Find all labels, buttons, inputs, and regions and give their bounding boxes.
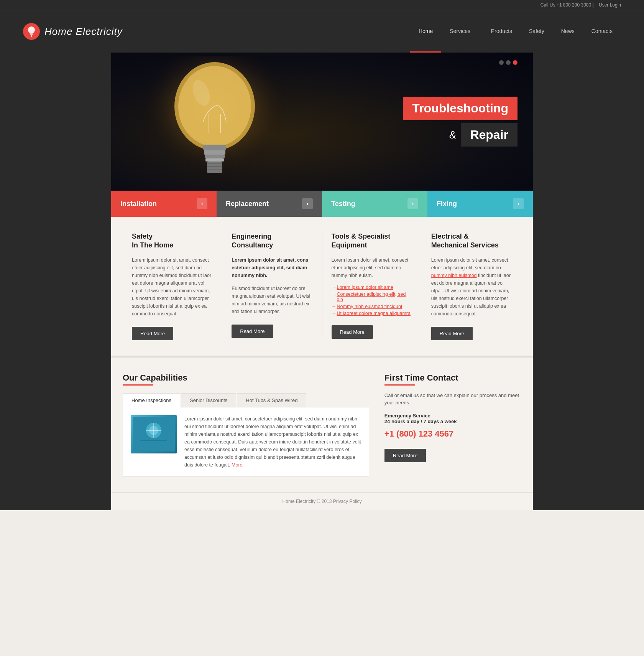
contact-title: First Time Contact bbox=[384, 373, 521, 383]
feature-safety-body: Lorem ipsum dolor sit amet, consect etue… bbox=[132, 256, 213, 318]
capabilities-underline bbox=[123, 384, 153, 386]
svg-rect-13 bbox=[207, 162, 222, 173]
feature-safety: SafetyIn The Home Lorem ipsum dolor sit … bbox=[123, 232, 222, 340]
capabilities-image bbox=[131, 415, 177, 453]
header: Home Electricity Home Services + Product… bbox=[0, 10, 644, 53]
feature-engineering-body-bold: Lorem ipsum dolor sit amet, cons ectetue… bbox=[232, 256, 312, 279]
svg-rect-10 bbox=[204, 150, 225, 155]
capabilities-body: Lorem ipsum dolor sit amet, consectetuer… bbox=[184, 415, 361, 469]
hero-and-text: & bbox=[449, 129, 457, 141]
hero-bulb-image bbox=[130, 56, 322, 187]
logo-icon bbox=[23, 23, 40, 40]
svg-rect-11 bbox=[205, 155, 225, 158]
feature-tools-body: Lorem ipsum dolor sit amet, consect etue… bbox=[332, 256, 412, 279]
contact-box: First Time Contact Call or email us so t… bbox=[384, 373, 521, 477]
installation-arrow: › bbox=[197, 198, 207, 209]
capabilities-tabs: Home Inspections Senior Discounts Hot Tu… bbox=[123, 393, 369, 407]
call-text: Call Us +1 800 200 3000 bbox=[540, 2, 591, 8]
feature-electrical-title: Electrical &Mechanical Services bbox=[431, 232, 512, 250]
feature-tools-links: Lorem ipsum dolor sit ame Consectetuer a… bbox=[332, 285, 412, 316]
tools-link-2: Consectetuer adipiscing elit, sed dia bbox=[332, 292, 412, 302]
features-section: SafetyIn The Home Lorem ipsum dolor sit … bbox=[111, 217, 533, 356]
svg-rect-20 bbox=[140, 440, 167, 441]
hero-dots bbox=[499, 60, 518, 65]
svg-rect-12 bbox=[205, 158, 224, 162]
svg-point-0 bbox=[28, 26, 35, 33]
feature-engineering-title: EngineeringConsultancy bbox=[232, 232, 312, 250]
service-tabs: Installation › Replacement › Testing › F… bbox=[111, 191, 533, 217]
capabilities-title: Our Capabilities bbox=[123, 373, 369, 383]
feature-engineering: EngineeringConsultancy Lorem ipsum dolor… bbox=[222, 232, 322, 340]
contact-phone: +1 (800) 123 4567 bbox=[384, 429, 521, 439]
tools-link-3: Nommy nibh euismod tincidunt bbox=[332, 304, 412, 309]
testing-arrow: › bbox=[407, 198, 418, 209]
nav-contacts[interactable]: Contacts bbox=[583, 10, 621, 53]
hero-slide-title: Troubleshooting bbox=[403, 97, 518, 120]
tools-link-4: Ut laoreet dolore magna aliquamra bbox=[332, 311, 412, 316]
svg-rect-9 bbox=[203, 145, 226, 150]
nav-home[interactable]: Home bbox=[410, 10, 441, 53]
cap-tab-home-inspections[interactable]: Home Inspections bbox=[123, 393, 180, 407]
capabilities-section: Our Capabilities Home Inspections Senior… bbox=[111, 357, 533, 492]
replacement-arrow: › bbox=[302, 198, 313, 209]
hero-text-overlay: Troubleshooting & Repair bbox=[403, 97, 518, 147]
tab-testing[interactable]: Testing › bbox=[322, 191, 427, 217]
contact-underline bbox=[384, 384, 415, 386]
feature-tools-title: Tools & SpecialistEquipment bbox=[332, 232, 412, 250]
logo-name: Home Electricity bbox=[44, 26, 123, 38]
dot-2[interactable] bbox=[506, 60, 511, 65]
capabilities-content: Lorem ipsum dolor sit amet, consectetuer… bbox=[123, 407, 369, 477]
svg-rect-1 bbox=[30, 33, 33, 34]
dot-1[interactable] bbox=[499, 60, 504, 65]
tab-replacement[interactable]: Replacement › bbox=[217, 191, 322, 217]
hero-slide-subtitle-line: & Repair bbox=[403, 123, 518, 147]
main-nav: Home Services + Products Safety News Con… bbox=[410, 10, 621, 53]
separator: | bbox=[593, 2, 595, 8]
services-dropdown-arrow: + bbox=[472, 29, 474, 33]
tab-fixing[interactable]: Fixing › bbox=[427, 191, 533, 217]
feature-electrical-body: Lorem ipsum dolor sit amet, consect etue… bbox=[431, 256, 512, 318]
feature-engineering-read-more[interactable]: Read More bbox=[232, 325, 273, 338]
contact-read-more[interactable]: Read More bbox=[384, 449, 426, 462]
cap-tab-hot-tubs[interactable]: Hot Tubs & Spas Wired bbox=[237, 393, 306, 407]
cap-tab-senior-discounts[interactable]: Senior Discounts bbox=[181, 393, 236, 407]
tab-installation[interactable]: Installation › bbox=[111, 191, 217, 217]
contact-description: Call or email us so that we can explain … bbox=[384, 392, 521, 407]
emergency-hours: 24 hours a day / 7 days a week bbox=[384, 419, 521, 424]
feature-safety-read-more[interactable]: Read More bbox=[132, 327, 173, 340]
feature-electrical-read-more[interactable]: Read More bbox=[431, 327, 473, 340]
tools-link-1: Lorem ipsum dolor sit ame bbox=[332, 285, 412, 290]
feature-engineering-body: Euismod tincidunt ut laoreet dolore ma g… bbox=[232, 285, 312, 315]
nav-services[interactable]: Services + bbox=[441, 10, 483, 53]
capabilities-left: Our Capabilities Home Inspections Senior… bbox=[123, 373, 369, 477]
logo: Home Electricity bbox=[23, 23, 123, 40]
user-login-link[interactable]: User Login bbox=[599, 2, 621, 8]
feature-tools-read-more[interactable]: Read More bbox=[332, 325, 373, 339]
nav-news[interactable]: News bbox=[553, 10, 583, 53]
feature-safety-title: SafetyIn The Home bbox=[132, 232, 213, 250]
nav-products[interactable]: Products bbox=[483, 10, 521, 53]
svg-rect-2 bbox=[30, 34, 33, 35]
footer-text: Home Electricity © 2013 Privacy Policy bbox=[283, 499, 362, 504]
feature-electrical: Electrical &Mechanical Services Lorem ip… bbox=[422, 232, 521, 340]
electrical-inline-link[interactable]: nummy nibh euismod bbox=[431, 273, 477, 278]
top-bar: Call Us +1 800 200 3000 | User Login bbox=[0, 0, 644, 10]
hero-banner: Troubleshooting & Repair bbox=[111, 53, 533, 191]
feature-tools: Tools & SpecialistEquipment Lorem ipsum … bbox=[322, 232, 422, 340]
hero-repair-text: Repair bbox=[461, 123, 518, 147]
footer: Home Electricity © 2013 Privacy Policy bbox=[111, 492, 533, 510]
emergency-service-label: Emergency Service bbox=[384, 413, 521, 419]
nav-safety[interactable]: Safety bbox=[521, 10, 553, 53]
fixing-arrow: › bbox=[513, 198, 524, 209]
capabilities-more-link[interactable]: More bbox=[232, 462, 242, 468]
dot-3[interactable] bbox=[513, 60, 518, 65]
